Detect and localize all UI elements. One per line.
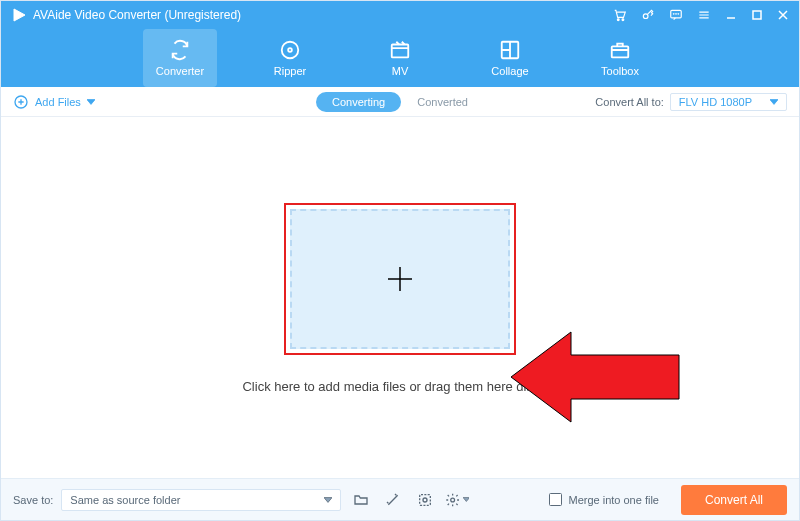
- svg-point-1: [617, 19, 619, 21]
- caret-down-icon: [324, 496, 332, 504]
- svg-point-2: [622, 19, 624, 21]
- tab-collage[interactable]: Collage: [473, 29, 547, 87]
- plus-icon: [382, 261, 418, 297]
- svg-point-21: [451, 498, 455, 502]
- cart-icon[interactable]: [613, 8, 627, 22]
- mv-icon: [389, 39, 411, 61]
- svg-marker-16: [770, 99, 778, 104]
- key-icon[interactable]: [641, 8, 655, 22]
- svg-rect-8: [753, 11, 761, 19]
- convert-icon: [169, 39, 191, 61]
- toolbox-icon: [609, 39, 631, 61]
- annotation-arrow-icon: [511, 327, 681, 427]
- svg-point-5: [673, 14, 674, 15]
- tab-converter[interactable]: Converter: [143, 29, 217, 87]
- checkbox-icon: [549, 493, 562, 506]
- maximize-icon[interactable]: [751, 9, 763, 21]
- add-media-dropzone[interactable]: [290, 209, 510, 349]
- wand-icon: [385, 492, 401, 508]
- tab-collage-label: Collage: [491, 65, 528, 77]
- svg-point-7: [678, 14, 679, 15]
- gear-icon: [445, 492, 460, 508]
- svg-point-6: [676, 14, 677, 15]
- compress-icon: [417, 492, 433, 508]
- window-controls: [613, 8, 789, 22]
- nav-bar: Converter Ripper MV Collage Toolbox: [1, 29, 799, 87]
- feedback-icon[interactable]: [669, 8, 683, 22]
- open-folder-button[interactable]: [349, 488, 373, 512]
- app-logo: AVAide Video Converter (Unregistered): [11, 7, 241, 23]
- tab-mv[interactable]: MV: [363, 29, 437, 87]
- footer-bar: Save to: Same as source folder Merge int…: [1, 478, 799, 520]
- main-area: Click here to add media files or drag th…: [1, 117, 799, 480]
- saveto-value: Same as source folder: [70, 494, 180, 506]
- sub-bar: Add Files Converting Converted Convert A…: [1, 87, 799, 117]
- caret-down-icon: [87, 98, 95, 106]
- saveto-select[interactable]: Same as source folder: [61, 489, 341, 511]
- caret-down-icon: [770, 98, 778, 106]
- svg-marker-15: [87, 99, 95, 104]
- tab-ripper[interactable]: Ripper: [253, 29, 327, 87]
- svg-point-9: [282, 42, 299, 59]
- tab-toolbox[interactable]: Toolbox: [583, 29, 657, 87]
- tab-ripper-label: Ripper: [274, 65, 306, 77]
- add-files-label: Add Files: [35, 96, 81, 108]
- svg-rect-19: [420, 494, 431, 505]
- convert-all-to-label: Convert All to:: [595, 96, 663, 108]
- svg-rect-13: [612, 46, 629, 57]
- svg-point-10: [288, 48, 292, 52]
- app-title: AVAide Video Converter (Unregistered): [33, 8, 241, 22]
- settings-button[interactable]: [445, 488, 469, 512]
- svg-rect-23: [550, 494, 562, 506]
- merge-into-one-checkbox[interactable]: Merge into one file: [549, 493, 659, 506]
- plus-circle-icon: [13, 94, 29, 110]
- svg-marker-22: [463, 497, 470, 501]
- svg-point-3: [643, 14, 648, 19]
- title-bar: AVAide Video Converter (Unregistered): [1, 1, 799, 29]
- tab-mv-label: MV: [392, 65, 409, 77]
- tab-toolbox-label: Toolbox: [601, 65, 639, 77]
- disc-icon: [279, 39, 301, 61]
- close-icon[interactable]: [777, 9, 789, 21]
- svg-rect-11: [392, 45, 409, 58]
- svg-marker-17: [511, 332, 679, 422]
- compress-button[interactable]: [413, 488, 437, 512]
- saveto-label: Save to:: [13, 494, 53, 506]
- menu-icon[interactable]: [697, 8, 711, 22]
- status-tabs: Converting Converted: [316, 92, 484, 112]
- add-files-button[interactable]: Add Files: [13, 94, 95, 110]
- convert-all-button[interactable]: Convert All: [681, 485, 787, 515]
- minimize-icon[interactable]: [725, 9, 737, 21]
- convert-all-to: Convert All to: FLV HD 1080P: [595, 93, 787, 111]
- folder-icon: [353, 492, 369, 508]
- merge-label: Merge into one file: [568, 494, 659, 506]
- tab-converted[interactable]: Converted: [401, 92, 484, 112]
- svg-point-20: [423, 498, 427, 502]
- dropzone-highlight-frame: [284, 203, 516, 355]
- enhance-button[interactable]: [381, 488, 405, 512]
- tab-converting[interactable]: Converting: [316, 92, 401, 112]
- svg-marker-18: [324, 497, 332, 502]
- tab-converter-label: Converter: [156, 65, 204, 77]
- collage-icon: [499, 39, 521, 61]
- caret-down-icon: [463, 496, 470, 503]
- output-format-select[interactable]: FLV HD 1080P: [670, 93, 787, 111]
- output-format-value: FLV HD 1080P: [679, 96, 752, 108]
- svg-marker-0: [14, 9, 25, 21]
